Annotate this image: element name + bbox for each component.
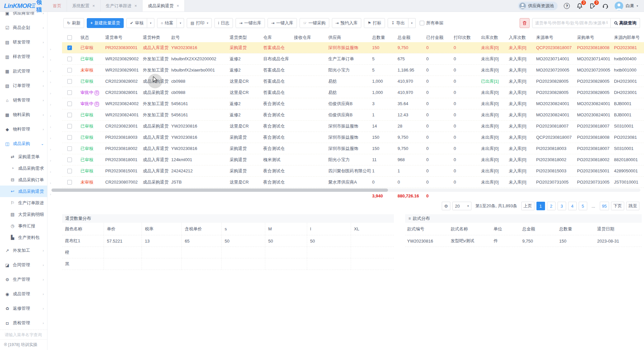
supplier-pool-button[interactable]: 供应商资源池 [518,2,558,10]
row-checkbox[interactable] [67,158,72,162]
user-menu[interactable]: 白果 ▾ [615,2,638,10]
audit-dropdown-button[interactable]: ▾ [147,18,154,28]
sidebar-item-21[interactable]: ◉成品管理› [0,287,47,301]
row-expander-icon[interactable]: › [48,110,53,121]
horizontal-scrollbar[interactable] [51,189,640,192]
row-expander-icon[interactable]: › [48,65,53,76]
row-checkbox[interactable] [67,180,72,185]
table-row[interactable]: 已审核WR20230829002外发加工退货lvbulbnfX2XXZ02000… [62,53,644,65]
mark-button[interactable]: ⚑打标 [364,18,385,28]
close-icon[interactable]: × [177,3,179,8]
row-expander-icon[interactable]: › [48,121,53,132]
row-checkbox[interactable] [67,102,72,106]
table-row[interactable]: 已审核CR20230828002成品采购退货cb0988这里是CR答案成品仓易纺… [62,76,644,87]
row-expander-icon[interactable]: › [48,177,53,189]
row-expander-icon[interactable]: › [48,189,53,200]
row-checkbox[interactable] [67,79,72,84]
panel-row[interactable]: 黑 [62,258,394,270]
row-checkbox[interactable] [67,135,72,140]
sidebar-item-8[interactable]: ◆物料管理› [0,122,47,136]
close-icon[interactable]: × [135,3,137,8]
table-row[interactable]: 审批中©CR20230828001成品采购退货cb0988这里是CR答案成品仓易… [62,87,644,98]
notifications-button[interactable]: 3 [576,2,583,10]
row-checkbox[interactable] [67,113,72,117]
table-row[interactable]: 未审核WR20230829001外发加工退货lvbulbnfX2xiaerbo0… [62,65,644,76]
sidebar-item-4[interactable]: ▦款式管理› [0,64,47,78]
search-input[interactable] [532,18,611,28]
row-expander-icon[interactable]: › [48,76,53,88]
close-case-button[interactable]: ○结案 [157,18,177,28]
sidebar-item-13[interactable]: ↩成品采购退货 [0,186,47,197]
close-icon[interactable]: × [92,3,95,8]
tab-4[interactable]: 成品采购退货× [143,0,185,12]
row-checkbox[interactable] [67,124,72,129]
table-row[interactable]: 已审核PR20230818002成品入库退货YW20230816采购退货夜合测试… [62,143,644,154]
table-row[interactable]: 已审核WR20230824001外发加工退货5456161返修2夜合测试仓伯俊供… [62,109,644,121]
sidebar-item-20[interactable]: ⚙生产管理› [0,272,47,287]
audit-button[interactable]: ✔审核 [126,18,147,28]
row-expander-icon[interactable]: › [48,155,53,166]
sidebar-item-22[interactable]: ♻返修管理› [0,301,47,316]
table-row[interactable]: 已审核PR20230818001成品入库退货124kml001采购退货槐米测试阳… [62,154,644,165]
page-button-95[interactable]: 95 [600,202,609,210]
sidebar-menu-search-input[interactable] [0,330,47,339]
table-row[interactable]: ✓已审核PR20230830001成品入库退货YW20230816采购退货答案成… [62,42,644,53]
sidebar-item-17[interactable]: ▙生产资料包 [0,232,47,243]
sidebar-item-10[interactable]: ⇄采购退货单 [0,151,47,162]
support-button[interactable] [602,2,609,10]
table-row[interactable]: 审批中©WR20230824002外发加工退货5456161返修2夜合测试仓伯俊… [62,98,644,109]
page-button-4[interactable]: 4 [568,202,577,210]
jump-to-button[interactable]: 跳至 [626,202,639,210]
sidebar-item-3[interactable]: ▥样衣管理› [0,49,47,64]
help-button[interactable]: ? [563,2,570,10]
sidebar-item-9[interactable]: ◫成品采购⌄ [0,136,47,151]
sidebar-item-1[interactable]: ☑商品企划› [0,20,47,35]
one-key-outbound-button[interactable]: ⇥一键出库 [236,18,265,28]
row-checkbox[interactable] [67,146,72,151]
page-button-1[interactable]: 1 [536,202,545,210]
table-row[interactable]: 已审核CR20230823001成品采购退货YW20230816这里是CR夜合测… [62,121,644,132]
tab-1[interactable]: 首页 [48,0,67,12]
page-button-上页[interactable]: 上页 [521,202,534,210]
row-checkbox[interactable] [67,57,72,61]
new-batch-return-button[interactable]: +新建批量退货 [87,18,124,28]
sidebar-item-6[interactable]: ⌂销售管理› [0,93,47,107]
sidebar-item-23[interactable]: ◘质检管理› [0,316,47,330]
row-expander-icon[interactable]: › [48,132,53,144]
sidebar-item-12[interactable]: ⊟成品采购订单 [0,174,47,186]
sidebar-item-11[interactable]: ◔成品采购需求 [0,162,47,174]
row-checkbox[interactable]: ✓ [67,45,72,50]
page-button-5[interactable]: 5 [579,202,587,210]
panel-row[interactable]: 昆布红157.52211365505050 [62,235,394,247]
row-expander-icon[interactable]: › [48,88,53,99]
page-button-下页[interactable]: 下页 [611,202,624,210]
panel-row[interactable]: YW20230816发型吧v测试件9,7501502023-08-31 [405,235,642,247]
refresh-button[interactable]: ↻刷新 [63,18,84,28]
all-documents-checkbox[interactable]: 所有单据 [420,20,443,26]
row-expander-icon[interactable]: › [48,99,53,110]
table-row[interactable]: 未审核CR20230807002成品采购退货JSTB这里是CR夜合测试仓聚水潭供… [62,177,644,188]
panel-row[interactable]: 橙 [62,247,394,258]
close-case-dropdown-button[interactable]: ▾ [177,18,184,28]
row-expander-icon[interactable]: › [48,166,53,177]
export-dropdown-button[interactable]: ▾ [408,18,416,28]
schedule-inbound-button[interactable]: ⇥预约入库 [332,18,361,28]
sidebar-item-19[interactable]: ◪合同管理› [0,258,47,272]
advanced-search-button[interactable]: 高级查询 [611,18,640,28]
row-checkbox[interactable] [67,90,72,95]
sidebar-item-7[interactable]: ▩物料采购› [0,107,47,122]
sidebar-item-5[interactable]: ▧订单管理› [0,78,47,93]
sidebar-item-2[interactable]: ▤研发管理› [0,35,47,49]
page-button-2[interactable]: 2 [547,202,556,210]
tab-2[interactable]: 系统配置× [67,0,101,12]
table-row[interactable]: 已审核PR20230818003成品入库退货YW20230816采购退货夜合测试… [62,132,644,143]
row-expander-icon[interactable]: › [48,54,53,65]
todo-button[interactable]: 3 [589,2,596,10]
row-checkbox[interactable] [67,169,72,173]
sidebar-item-14[interactable]: ⚐生产订单跟进 [0,197,47,209]
one-key-inbound-button[interactable]: ⇥一键入库 [268,18,297,28]
table-settings-button[interactable]: ⚙ [442,202,450,210]
delete-button[interactable] [520,18,530,28]
table-row[interactable]: 已审核PR20230815001成品入库退货242424212采购退货夜合测试仓… [62,165,644,177]
row-expander-icon[interactable]: › [48,144,53,155]
